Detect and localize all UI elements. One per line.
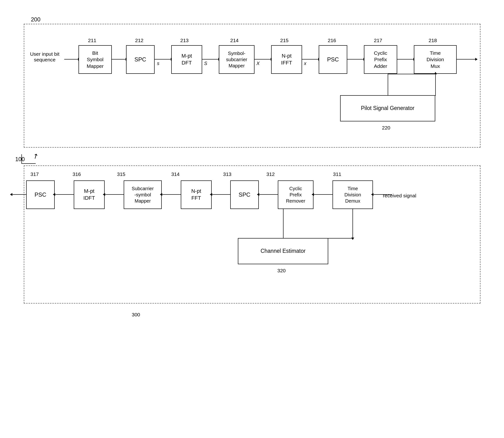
label-200: 200	[31, 16, 41, 23]
arrow-317-out	[12, 194, 27, 195]
block-311: TimeDivisionDemux	[333, 180, 373, 209]
received-signal-label: received signal	[383, 193, 416, 198]
arrow-315-316	[105, 194, 124, 195]
ref-212: 212	[135, 38, 143, 43]
ref-216: 216	[328, 38, 336, 43]
block-316: M-ptIDFT	[74, 180, 105, 209]
main-diagram: 200 User input bit sequence BitSymbolMap…	[0, 0, 504, 438]
ref-215: 215	[280, 38, 289, 43]
arrow-indicator: ↗	[31, 151, 40, 161]
arrow-213-214	[202, 59, 219, 59]
ref-300: 300	[132, 312, 140, 318]
ref-220: 220	[382, 125, 390, 131]
arrow-314-315	[162, 194, 181, 195]
arrow-220-v	[388, 74, 388, 96]
signal-S: S	[204, 61, 207, 66]
arrow-212-213	[155, 59, 171, 59]
ref-211: 211	[88, 38, 96, 43]
block-313: SPC	[230, 180, 259, 209]
block-214: Symbol-subcarrierMapper	[219, 45, 254, 74]
block-212: SPC	[126, 45, 155, 74]
arrow-313-314	[212, 194, 230, 195]
block-216: PSC	[319, 45, 347, 74]
ref-214: 214	[230, 38, 239, 43]
ref-213: 213	[180, 38, 189, 43]
arrow-220-218-h	[388, 95, 436, 96]
user-input-label: User input bit sequence	[26, 51, 64, 63]
arrow-311-320-v	[353, 209, 353, 238]
block-218: TimeDivisionMux	[414, 45, 457, 74]
arrow-215-216	[302, 59, 319, 59]
ref-317: 317	[31, 171, 39, 177]
block-317: PSC	[26, 180, 55, 209]
ref-217: 217	[374, 38, 382, 43]
arrow-pilot-top-h	[388, 74, 436, 74]
block-213: M-ptDFT	[171, 45, 202, 74]
block-217: CyclicPrefixAdder	[364, 45, 397, 74]
block-220: Pilot Signal Generator	[340, 95, 435, 121]
arrow-100-v	[21, 154, 22, 164]
signal-x: x	[304, 61, 306, 66]
arrow-220-218-v	[435, 74, 436, 95]
block-320: Channel Estimator	[238, 238, 328, 264]
ref-314: 314	[171, 171, 179, 177]
label-100: 100	[15, 156, 25, 163]
ref-313: 313	[223, 171, 231, 177]
arrow-input-211	[64, 59, 78, 59]
block-211: BitSymbolMapper	[78, 45, 112, 74]
ref-315: 315	[117, 171, 125, 177]
ref-311: 311	[333, 171, 341, 177]
signal-X: X	[256, 61, 260, 66]
ref-320: 320	[277, 268, 286, 274]
arrow-214-215	[254, 59, 271, 59]
block-215: N-ptIFFT	[271, 45, 302, 74]
arrow-211-212	[112, 59, 126, 59]
arrow-312-313	[259, 194, 278, 195]
ref-218: 218	[429, 38, 437, 43]
arrow-received-311	[373, 194, 392, 195]
block-315: Subcarrier-symbolMapper	[124, 180, 162, 209]
signal-s: s	[157, 61, 159, 66]
block-312: CyclicPrefixRemover	[278, 180, 314, 209]
ref-316: 316	[73, 171, 81, 177]
ref-312: 312	[266, 171, 275, 177]
arrow-216-217	[347, 59, 364, 59]
arrow-217-218	[397, 59, 414, 59]
arrow-311-320-v2	[283, 209, 284, 239]
block-314: N-ptFFT	[181, 180, 212, 209]
arrow-100-h	[21, 163, 36, 164]
arrow-218-out	[457, 59, 476, 59]
arrow-316-317	[55, 194, 74, 195]
arrow-311-320-h	[283, 238, 353, 239]
arrow-311-312	[314, 194, 333, 195]
